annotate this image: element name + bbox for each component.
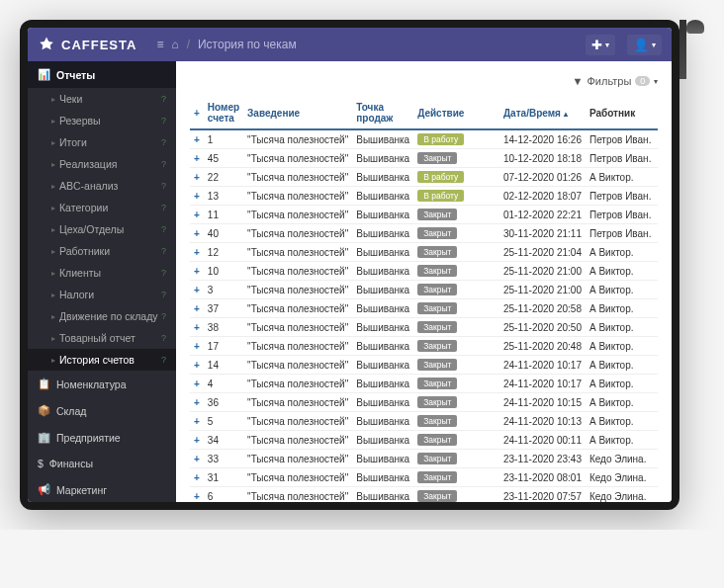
col-datetime[interactable]: Дата/Время ▴ xyxy=(499,97,586,129)
sidebar-header-reports[interactable]: 📊 Отчеты xyxy=(28,61,176,88)
sidebar-item[interactable]: ▸Итоги? xyxy=(28,131,176,153)
table-row[interactable]: + 45 "Тысяча полезностей" Вышиванка Закр… xyxy=(190,149,658,168)
sidebar-item[interactable]: ▸ABC-анализ? xyxy=(28,175,176,197)
expand-row[interactable]: + xyxy=(190,224,204,243)
brand-logo[interactable]: CAFFESTA xyxy=(38,36,136,53)
expand-row[interactable]: + xyxy=(190,431,204,450)
cell-worker: Петров Иван. xyxy=(586,224,658,243)
expand-row[interactable]: + xyxy=(190,393,204,412)
table-row[interactable]: + 11 "Тысяча полезностей" Вышиванка Закр… xyxy=(190,206,658,224)
table-row[interactable]: + 40 "Тысяча полезностей" Вышиванка Закр… xyxy=(190,224,658,243)
table-row[interactable]: + 13 "Тысяча полезностей" Вышиванка В ра… xyxy=(190,187,658,206)
sidebar-item[interactable]: ▸Чеки? xyxy=(28,88,176,110)
help-icon[interactable]: ? xyxy=(161,333,166,343)
expand-row[interactable]: + xyxy=(190,487,204,503)
table-row[interactable]: + 12 "Тысяча полезностей" Вышиванка Закр… xyxy=(190,243,658,262)
expand-row[interactable]: + xyxy=(190,450,204,468)
cell-number: 40 xyxy=(204,224,243,243)
help-icon[interactable]: ? xyxy=(161,181,166,191)
help-icon[interactable]: ? xyxy=(161,355,166,365)
sidebar-item[interactable]: ▸Категории? xyxy=(28,197,176,218)
col-venue[interactable]: Заведение xyxy=(243,97,352,129)
sidebar-item[interactable]: ▸Работники? xyxy=(28,240,176,262)
sidebar-item[interactable]: ▸Резервы? xyxy=(28,110,176,131)
expand-row[interactable]: + xyxy=(190,299,204,318)
expand-row[interactable]: + xyxy=(190,356,204,375)
add-button[interactable]: ✚ ▾ xyxy=(586,35,615,55)
help-icon[interactable]: ? xyxy=(161,290,166,299)
table-row[interactable]: + 4 "Тысяча полезностей" Вышиванка Закры… xyxy=(190,375,658,393)
table-row[interactable]: + 10 "Тысяча полезностей" Вышиванка Закр… xyxy=(190,262,658,281)
cell-number: 17 xyxy=(204,337,243,356)
col-pos[interactable]: Точка продаж xyxy=(352,97,413,129)
cell-number: 3 xyxy=(204,281,243,299)
help-icon[interactable]: ? xyxy=(161,159,166,169)
col-worker[interactable]: Работник xyxy=(586,97,658,129)
sidebar-item[interactable]: ▸Товарный отчет? xyxy=(28,327,176,349)
expand-row[interactable]: + xyxy=(190,412,204,431)
table-row[interactable]: + 3 "Тысяча полезностей" Вышиванка Закры… xyxy=(190,281,658,299)
action-badge: Закрыт xyxy=(417,265,457,277)
sidebar-group[interactable]: 📋Номенклатура xyxy=(28,371,176,397)
sidebar-item[interactable]: ▸Налоги? xyxy=(28,284,176,305)
table-row[interactable]: + 14 "Тысяча полезностей" Вышиванка Закр… xyxy=(190,356,658,375)
help-icon[interactable]: ? xyxy=(161,203,166,212)
sidebar-item-label: Чеки xyxy=(59,93,82,105)
sidebar-item-label: Движение по складу xyxy=(59,310,158,322)
cell-pos: Вышиванка xyxy=(352,149,413,168)
table-row[interactable]: + 6 "Тысяча полезностей" Вышиванка Закры… xyxy=(190,487,658,503)
action-badge: Закрыт xyxy=(417,471,457,483)
help-icon[interactable]: ? xyxy=(161,137,166,147)
sidebar-group[interactable]: 📢Маркетинг xyxy=(28,476,176,502)
help-icon[interactable]: ? xyxy=(161,246,166,256)
home-icon[interactable]: ⌂ xyxy=(171,38,178,51)
cell-venue: "Тысяча полезностей" xyxy=(243,281,352,299)
sidebar-group[interactable]: 🏢Предприятие xyxy=(28,424,176,451)
cell-worker: Кедо Элина. xyxy=(586,450,658,468)
sidebar-item-label: ABC-анализ xyxy=(59,180,118,192)
expand-row[interactable]: + xyxy=(190,206,204,224)
table-row[interactable]: + 33 "Тысяча полезностей" Вышиванка Закр… xyxy=(190,450,658,468)
chevron-right-icon: ▸ xyxy=(51,291,55,299)
expand-row[interactable]: + xyxy=(190,129,204,149)
expand-row[interactable]: + xyxy=(190,187,204,206)
table-row[interactable]: + 36 "Тысяча полезностей" Вышиванка Закр… xyxy=(190,393,658,412)
expand-row[interactable]: + xyxy=(190,262,204,281)
table-row[interactable]: + 1 "Тысяча полезностей" Вышиванка В раб… xyxy=(190,129,658,149)
help-icon[interactable]: ? xyxy=(161,311,166,321)
expand-row[interactable]: + xyxy=(190,318,204,337)
sidebar-group[interactable]: 📦Склад xyxy=(28,397,176,424)
help-icon[interactable]: ? xyxy=(161,224,166,234)
help-icon[interactable]: ? xyxy=(161,116,166,126)
sidebar-item[interactable]: ▸Движение по складу? xyxy=(28,305,176,327)
table-row[interactable]: + 38 "Тысяча полезностей" Вышиванка Закр… xyxy=(190,318,658,337)
help-icon[interactable]: ? xyxy=(161,268,166,278)
sidebar-item[interactable]: ▸Клиенты? xyxy=(28,262,176,284)
user-menu[interactable]: 👤 ▾ xyxy=(627,35,662,55)
filter-toggle[interactable]: ▼ Фильтры 0 ▾ xyxy=(190,71,658,97)
expand-row[interactable]: + xyxy=(190,243,204,262)
table-row[interactable]: + 31 "Тысяча полезностей" Вышиванка Закр… xyxy=(190,468,658,487)
sidebar-group[interactable]: $Финансы xyxy=(28,451,176,476)
expand-row[interactable]: + xyxy=(190,375,204,393)
cell-datetime: 07-12-2020 01:26 xyxy=(499,168,586,187)
expand-row[interactable]: + xyxy=(190,168,204,187)
table-row[interactable]: + 17 "Тысяча полезностей" Вышиванка Закр… xyxy=(190,337,658,356)
col-number[interactable]: Номер счета xyxy=(204,97,243,129)
table-row[interactable]: + 34 "Тысяча полезностей" Вышиванка Закр… xyxy=(190,431,658,450)
sidebar-item[interactable]: ▸Цеха/Отделы? xyxy=(28,218,176,240)
expand-row[interactable]: + xyxy=(190,468,204,487)
table-row[interactable]: + 37 "Тысяча полезностей" Вышиванка Закр… xyxy=(190,299,658,318)
sidebar-item[interactable]: ▸Реализация? xyxy=(28,153,176,175)
table-row[interactable]: + 5 "Тысяча полезностей" Вышиванка Закры… xyxy=(190,412,658,431)
col-expand[interactable]: + xyxy=(190,97,204,129)
expand-row[interactable]: + xyxy=(190,281,204,299)
help-icon[interactable]: ? xyxy=(161,94,166,104)
expand-row[interactable]: + xyxy=(190,149,204,168)
expand-row[interactable]: + xyxy=(190,337,204,356)
menu-toggle-icon[interactable]: ≡ xyxy=(156,38,163,51)
col-action[interactable]: Действие xyxy=(413,97,499,129)
table-row[interactable]: + 22 "Тысяча полезностей" Вышиванка В ра… xyxy=(190,168,658,187)
cell-pos: Вышиванка xyxy=(352,281,413,299)
sidebar-item[interactable]: ▸История счетов? xyxy=(28,349,176,371)
